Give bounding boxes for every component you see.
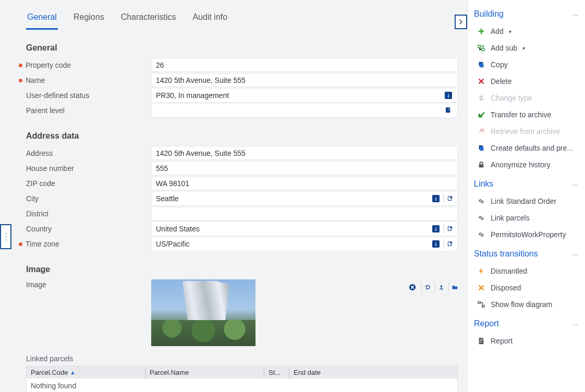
input-property-code[interactable]: 26 — [151, 58, 458, 72]
action-permits-to-work[interactable]: PermitstoWorkProperty — [474, 227, 579, 242]
link-icon — [477, 198, 485, 205]
chevron-down-icon: ▾ — [522, 45, 525, 51]
building-image — [151, 279, 255, 346]
action-change-type: Change type — [474, 91, 579, 105]
label-country: Country — [26, 225, 52, 233]
svg-text:i: i — [435, 226, 437, 232]
grid-empty-text: Nothing found — [27, 378, 457, 392]
lookup-icon[interactable] — [444, 239, 453, 249]
svg-rect-16 — [440, 289, 443, 289]
action-flow-diagram[interactable]: Show flow diagram — [474, 297, 579, 312]
lookup-icon[interactable] — [444, 106, 453, 115]
input-address[interactable]: 1420 5th Avenue, Suite 555 — [151, 146, 458, 160]
document-icon — [477, 337, 485, 345]
input-user-status[interactable]: PR30, In management i — [151, 88, 458, 103]
tab-bar: General Regions Characteristics Audit in… — [26, 0, 458, 30]
svg-rect-17 — [478, 45, 481, 47]
action-create-defaults[interactable]: Create defaults and pre... — [474, 141, 579, 155]
col-end-date[interactable]: End date — [289, 366, 457, 378]
delete-icon — [477, 78, 485, 85]
tab-characteristics[interactable]: Characteristics — [120, 9, 177, 30]
chevron-up-icon: ︿ — [572, 10, 579, 19]
svg-rect-18 — [482, 48, 484, 51]
action-status-disposed[interactable]: Disposed — [474, 280, 579, 295]
svg-rect-20 — [480, 63, 483, 67]
label-name: Name — [26, 76, 45, 84]
clear-image-icon[interactable] — [408, 283, 417, 292]
svg-text:i: i — [435, 241, 437, 247]
lookup-icon[interactable] — [444, 194, 453, 203]
tab-regions[interactable]: Regions — [72, 9, 105, 30]
side-group-report[interactable]: Report︿ — [474, 314, 579, 332]
plus-icon — [477, 28, 485, 35]
action-anonymize[interactable]: Anonymize history — [474, 157, 579, 172]
action-add-sub[interactable]: Add sub▾ — [474, 41, 579, 55]
svg-rect-10 — [450, 227, 452, 228]
action-report[interactable]: Report — [474, 334, 579, 348]
tab-general[interactable]: General — [26, 9, 58, 30]
info-icon[interactable]: i — [444, 91, 453, 100]
label-timezone: Time zone — [26, 240, 59, 248]
action-copy[interactable]: Copy — [474, 57, 579, 72]
section-image-title: Image — [26, 265, 458, 274]
svg-rect-6 — [450, 197, 452, 198]
lookup-icon[interactable] — [444, 224, 453, 234]
link-icon — [477, 231, 485, 238]
input-district[interactable] — [151, 207, 458, 220]
input-parent-level[interactable] — [151, 103, 458, 118]
chevron-up-icon: ︿ — [572, 250, 579, 259]
chevron-up-icon: ︿ — [572, 320, 579, 328]
svg-text:i: i — [435, 196, 437, 202]
info-icon[interactable]: i — [431, 194, 441, 203]
lock-icon — [477, 161, 485, 168]
action-status-dismantled[interactable]: Dismantled — [474, 264, 579, 278]
info-icon[interactable]: i — [431, 239, 441, 249]
required-dot — [19, 242, 22, 246]
input-house-number[interactable]: 555 — [151, 162, 458, 175]
side-group-status[interactable]: Status transitions︿ — [474, 244, 579, 262]
action-link-standard-order[interactable]: Link Standard Order — [474, 194, 579, 209]
archive-in-icon — [477, 111, 485, 118]
browse-image-icon[interactable] — [448, 283, 458, 292]
linked-parcels-title: Linked parcels — [26, 354, 458, 363]
side-group-building[interactable]: Building︿ — [474, 4, 579, 22]
archive-out-icon — [477, 128, 485, 135]
copy-icon — [477, 61, 485, 68]
flow-icon — [477, 301, 485, 308]
copy-icon — [477, 144, 485, 152]
action-add[interactable]: Add▾ — [474, 24, 579, 39]
left-collapse-handle[interactable] — [0, 224, 11, 249]
label-district: District — [26, 210, 48, 218]
link-icon — [477, 214, 485, 222]
input-zip[interactable]: WA 98101 — [151, 177, 458, 190]
side-collapse-button[interactable] — [455, 15, 467, 29]
input-city[interactable]: Seattle i — [151, 191, 458, 206]
linked-parcels-grid: Parcel.Code ▲ Parcel.Name St... End date… — [26, 366, 458, 392]
side-group-links[interactable]: Links︿ — [474, 174, 579, 192]
side-panel: Building︿ Add▾ Add sub▾ Copy Delete Chan… — [467, 0, 585, 392]
upload-image-icon[interactable] — [435, 283, 444, 292]
action-link-parcels[interactable]: Link parcels — [474, 211, 579, 225]
chevron-up-icon: ︿ — [572, 180, 579, 189]
svg-rect-14 — [450, 242, 452, 243]
input-name[interactable]: 1420 5th Avenue, Suite 555 — [151, 74, 458, 87]
required-dot — [19, 64, 22, 67]
action-delete[interactable]: Delete — [474, 74, 579, 89]
tab-audit-info[interactable]: Audit info — [191, 9, 228, 30]
add-sub-icon — [477, 44, 485, 52]
input-country[interactable]: United States i — [151, 222, 458, 236]
label-property-code: Property code — [26, 61, 71, 69]
label-user-status: User-defined status — [26, 91, 89, 100]
info-icon[interactable]: i — [431, 224, 441, 234]
main-panel: General Regions Characteristics Audit in… — [0, 0, 467, 392]
svg-rect-24 — [478, 302, 480, 304]
required-dot — [19, 79, 22, 82]
x-icon — [477, 284, 485, 291]
input-timezone[interactable]: US/Pacific i — [151, 237, 458, 251]
label-image: Image — [26, 280, 46, 289]
col-parcel-name[interactable]: Parcel.Name — [145, 366, 264, 378]
col-parcel-code[interactable]: Parcel.Code ▲ — [27, 366, 145, 378]
rotate-image-icon[interactable] — [421, 283, 431, 292]
action-transfer-archive[interactable]: Transfer to archive — [474, 107, 579, 122]
col-start-date[interactable]: St... — [264, 366, 289, 378]
